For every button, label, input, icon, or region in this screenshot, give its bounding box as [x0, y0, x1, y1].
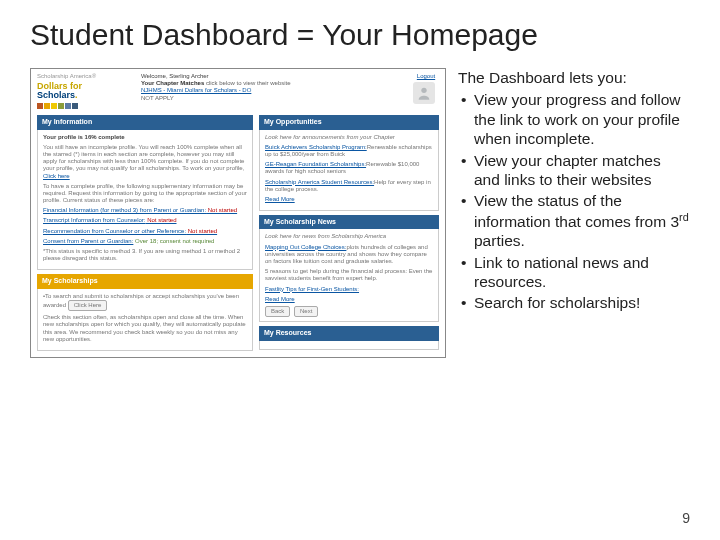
dashboard-screenshot: Scholarship America® Dollars for Scholar… — [30, 68, 446, 358]
section-my-opportunities: My Opportunities — [259, 115, 439, 129]
news-item-1-link[interactable]: Mapping Out College Choices: — [265, 244, 346, 250]
section-my-information: My Information — [37, 115, 253, 129]
info-paragraph-1: You still have an incomplete profile. Yo… — [43, 144, 244, 172]
scholarships-note: Check this section often, as scholarship… — [43, 314, 247, 343]
page-number: 9 — [682, 510, 690, 526]
section-my-resources: My Resources — [259, 326, 439, 340]
req-financial[interactable]: Financial Information (for method 3) fro… — [43, 207, 237, 213]
chapter-link-sub: NOT APPLY — [141, 95, 407, 102]
welcome-text: Welcome, Sterling Archer — [141, 73, 407, 80]
explain-item: View your progress and follow the link t… — [458, 90, 690, 148]
explain-heading: The Dashboard lets you: — [458, 68, 690, 87]
opps-item-3-link[interactable]: Scholarship America Student Resources: — [265, 179, 374, 185]
req-consent[interactable]: Consent from Parent or Guardian: — [43, 238, 133, 244]
news-item-2: 5 reasons to get help during the financi… — [265, 268, 433, 282]
opps-item-1-link[interactable]: Buick Achievers Scholarship Program: — [265, 144, 367, 150]
info-paragraph-2: To have a complete profile, the followin… — [43, 183, 247, 205]
info-note: *This status is specific to method 3. If… — [43, 248, 247, 262]
logout-link[interactable]: Logout — [413, 73, 439, 80]
avatar-icon — [413, 82, 435, 104]
slide-title: Student Dashboard = Your Homepage — [30, 18, 690, 52]
next-button[interactable]: Next — [294, 306, 318, 317]
click-here-profile[interactable]: Click here — [43, 173, 70, 179]
explain-item: View the status of the information that … — [458, 191, 690, 250]
news-readmore-link[interactable]: Read More — [265, 296, 433, 303]
brand-squares-icon — [37, 103, 135, 109]
chapter-link[interactable]: NJHMS - Miami Dollars for Scholars - DO — [141, 87, 407, 94]
section-my-news: My Scholarship News — [259, 215, 439, 229]
brand-block: Scholarship America® Dollars for Scholar… — [37, 73, 135, 109]
req-transcript[interactable]: Transcript Information from Counselor: — [43, 217, 177, 223]
chapter-matches-hint: click below to view their website — [206, 80, 291, 86]
svg-point-0 — [421, 88, 426, 93]
explain-item: View your chapter matches and links to t… — [458, 151, 690, 190]
section-my-scholarships: My Scholarships — [37, 274, 253, 288]
click-here-scholarships-button[interactable]: Click Here — [68, 300, 108, 311]
opps-readmore-link[interactable]: Read More — [265, 196, 433, 203]
req-consent-status: Over 18; consent not required — [135, 238, 214, 244]
news-hint: Look here for news from Scholarship Amer… — [265, 233, 433, 240]
explain-item: Search for scholarships! — [458, 293, 690, 312]
news-item-3-link[interactable]: Fastlity Tips for First-Gen Students: — [265, 286, 433, 293]
back-button[interactable]: Back — [265, 306, 290, 317]
opps-hint: Look here for announcements from your Ch… — [265, 134, 433, 141]
explain-list: View your progress and follow the link t… — [458, 90, 690, 312]
opps-item-2-link[interactable]: GE-Reagan Foundation Scholarships: — [265, 161, 366, 167]
chapter-matches-label: Your Chapter Matches — [141, 80, 204, 86]
brand-sa-label: Scholarship America® — [37, 73, 135, 80]
brand-line2: Scholars — [37, 90, 75, 100]
req-recommendation[interactable]: Recommendation from Counselor or other R… — [43, 228, 217, 234]
explain-item: Link to national news and resources. — [458, 253, 690, 292]
profile-progress-heading: Your profile is 16% complete — [43, 134, 247, 141]
